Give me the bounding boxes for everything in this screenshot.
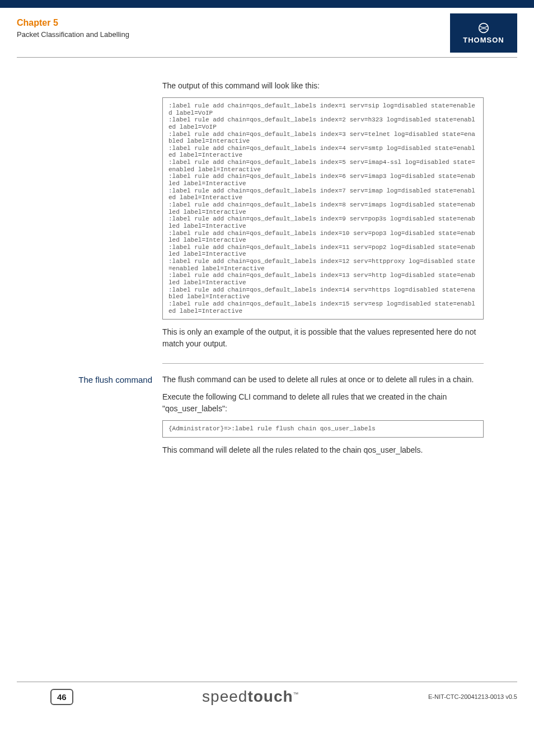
brand-thin: speed (202, 688, 247, 705)
section-heading-flush: The flush command (67, 374, 162, 462)
document-id: E-NIT-CTC-20041213-0013 v0.5 (428, 693, 517, 700)
chapter-subtitle: Packet Classification and Labelling (17, 30, 129, 39)
code-output-block: :label rule add chain=qos_default_labels… (162, 97, 484, 320)
top-bar (0, 0, 534, 8)
flush-paragraph-2: Execute the following CLI command to del… (162, 391, 484, 415)
thomson-logo: THOMSON (450, 13, 517, 53)
footer-rule (17, 682, 517, 682)
page-header: Chapter 5 Packet Classification and Labe… (0, 8, 534, 53)
intro-paragraph: The output of this command will look lik… (162, 80, 484, 92)
code-flush-block: {Administrator}=>:label rule flush chain… (162, 420, 484, 438)
page-number: 46 (50, 689, 73, 705)
chapter-title: Chapter 5 (17, 18, 129, 28)
note-paragraph: This is only an example of the output, i… (162, 326, 484, 350)
brand-trademark: ™ (293, 691, 299, 697)
speedtouch-brand: speedtouch™ (202, 688, 299, 706)
flush-paragraph-3: This command will delete all the rules r… (162, 444, 484, 456)
flush-paragraph-1: The flush command can be used to delete … (162, 374, 484, 386)
brand-bold: touch (247, 688, 293, 705)
page-footer: 46 speedtouch™ E-NIT-CTC-20041213-0013 v… (0, 682, 534, 706)
page-content: The output of this command will look lik… (0, 58, 534, 462)
section-divider (162, 363, 484, 364)
logo-text: THOMSON (463, 36, 504, 44)
svg-point-0 (479, 23, 489, 32)
thomson-globe-icon (478, 22, 489, 34)
